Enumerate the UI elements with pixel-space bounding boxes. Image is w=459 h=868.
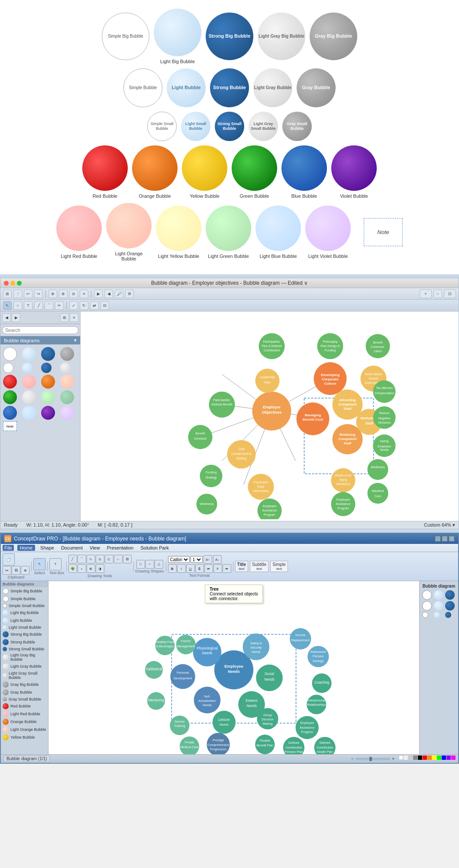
draw-tree-btn[interactable]: 🌳 — [68, 564, 77, 573]
cdpro-canvas[interactable]: Tree Connect selected objects with conne… — [48, 581, 419, 754]
rp-strong-3[interactable] — [445, 612, 451, 618]
shape-btn-1[interactable]: □ — [136, 560, 145, 569]
pen-tool[interactable]: ✏ — [55, 301, 64, 310]
close-btn[interactable]: ✕ — [449, 536, 455, 542]
font-size-select[interactable]: 14 — [191, 556, 203, 563]
zoom-in-small-btn[interactable]: + — [392, 756, 394, 761]
color-yellow[interactable] — [432, 755, 436, 760]
gray-med-bubble[interactable]: Gray Bubble — [297, 68, 336, 107]
strikethrough-btn[interactable]: S̶ — [195, 564, 204, 573]
sidebar-simple-small[interactable]: Simple Small Bubble — [1, 603, 48, 609]
light-med-bubble[interactable]: Light Bubble — [167, 68, 206, 107]
draw-arc-btn[interactable]: ⌒ — [78, 555, 86, 563]
zoom-out-btn[interactable]: − — [433, 289, 442, 298]
mini-lgreen[interactable] — [41, 390, 55, 404]
subtitle-style[interactable]: Subtitle text — [250, 561, 268, 572]
light-big-bubble[interactable] — [154, 9, 201, 56]
mini-simple-2[interactable] — [3, 363, 13, 373]
mini-note[interactable]: Note — [3, 421, 17, 431]
violet-bubble[interactable] — [331, 145, 377, 191]
zoom-out-small-btn[interactable]: − — [351, 756, 354, 761]
color-violet[interactable] — [446, 755, 451, 760]
shape-tool[interactable]: ○ — [13, 301, 22, 310]
flip-tool[interactable]: ⇄ — [90, 301, 99, 310]
menu-file[interactable]: File — [3, 545, 14, 551]
light-blue-bubble[interactable] — [255, 206, 301, 251]
mini-lgray-1[interactable] — [60, 363, 71, 373]
note-item[interactable]: Note — [364, 218, 403, 246]
red-bubble-item[interactable]: Red Bubble — [82, 145, 128, 199]
mini-lorange[interactable] — [60, 375, 74, 389]
light-violet-bubble-item[interactable]: Light Violet Bubble — [305, 206, 351, 259]
red-bubble[interactable] — [82, 145, 128, 191]
zoom-slider[interactable] — [356, 758, 390, 760]
sidebar-lgray-big[interactable]: Light Gray Big Bubble — [1, 652, 48, 662]
sidebar-yellow[interactable]: Yellow Bubble — [1, 733, 48, 741]
rp-light-2[interactable] — [434, 601, 443, 611]
maximize-dot[interactable] — [17, 281, 22, 286]
toolbar-btn-3[interactable]: ↩ — [24, 289, 32, 298]
zoom-in-btn[interactable]: + — [420, 289, 432, 298]
draw-loss-btn[interactable]: ⊕ — [87, 564, 95, 573]
toolbar-btn-4[interactable]: ↪ — [34, 289, 43, 298]
sidebar-gray[interactable]: Gray Bubble — [1, 688, 48, 696]
zoom-reset-btn[interactable]: ⊡ — [444, 289, 456, 298]
lightgray-med-bubble[interactable]: Light Gray Bubble — [253, 68, 292, 107]
menu-home[interactable]: Home — [17, 545, 35, 551]
light-big-bubble-item[interactable]: Light Big Bubble — [154, 9, 201, 64]
mini-green[interactable] — [3, 390, 17, 404]
light-red-bubble[interactable] — [56, 206, 102, 251]
draw-line-btn[interactable]: ╱ — [68, 555, 77, 563]
restore-btn[interactable]: □ — [442, 536, 448, 542]
menu-view[interactable]: View — [88, 545, 102, 551]
strong-sm-bubble[interactable]: Strong Small Bubble — [215, 112, 244, 141]
light-yellow-bubble[interactable] — [156, 206, 201, 251]
copy-btn[interactable]: ⧉ — [12, 566, 20, 575]
sidebar-light[interactable]: Light Bubble — [1, 617, 48, 624]
light-yellow-bubble-item[interactable]: Light Yellow Bubble — [156, 206, 201, 259]
close-dot[interactable] — [4, 281, 9, 286]
sidebar-red[interactable]: Red Bubble — [1, 702, 48, 710]
mini-light-1[interactable] — [22, 347, 36, 361]
sidebar-grid-btn[interactable]: ⊞ — [60, 313, 69, 322]
sidebar-simple-big[interactable]: Simple Big Bubble — [1, 587, 48, 595]
yellow-bubble[interactable] — [182, 145, 227, 191]
align-left-btn[interactable]: ⬅ — [204, 564, 213, 573]
color-orange[interactable] — [427, 755, 432, 760]
green-bubble[interactable] — [232, 145, 277, 191]
green-bubble-item[interactable]: Green Bubble — [232, 145, 277, 199]
lightgray-big-bubble-item[interactable]: Light Gray Big Bubble — [258, 13, 305, 60]
orange-bubble[interactable] — [132, 145, 178, 191]
sidebar-expand-icon[interactable]: ▾ — [74, 338, 77, 343]
move-tool[interactable]: ⤢ — [69, 301, 78, 310]
menu-presentation[interactable]: Presentation — [105, 545, 136, 551]
font-size-up-btn[interactable]: A↑ — [204, 555, 212, 564]
cdpro-tab[interactable]: Bubble diagram (1/1) — [3, 755, 50, 762]
light-red-bubble-item[interactable]: Light Red Bubble — [56, 206, 102, 259]
blue-bubble[interactable] — [281, 145, 327, 191]
rp-simple-2[interactable] — [422, 601, 432, 611]
curve-tool[interactable]: ⌒ — [45, 301, 53, 310]
sidebar-lgray[interactable]: Light Gray Bubble — [1, 662, 48, 670]
sidebar-strong-small[interactable]: Strong Small Bubble — [1, 646, 48, 652]
paste-btn[interactable]: 📋 — [3, 553, 15, 566]
select-btn[interactable]: ↖ — [33, 558, 45, 570]
lightgray-sm-bubble-item[interactable]: Light Gray Small Bubble — [249, 112, 278, 141]
rp-simple-1[interactable] — [422, 590, 432, 600]
toolbar-btn-10[interactable]: ◀ — [104, 289, 113, 298]
sidebar-light-red[interactable]: Light Red Bubble — [1, 710, 48, 718]
toolbar-btn-9[interactable]: ▶ — [94, 289, 103, 298]
align-tool[interactable]: ⊟ — [100, 301, 109, 310]
title-style[interactable]: Title text — [235, 561, 248, 572]
draw-point-btn[interactable]: • — [78, 564, 86, 573]
italic-btn[interactable]: I — [177, 564, 186, 573]
draw-round-btn[interactable]: ○ — [114, 555, 123, 563]
gray-sm-bubble-item[interactable]: Gray Small Bubble — [282, 112, 312, 141]
color-green[interactable] — [437, 755, 441, 760]
sidebar-light-big[interactable]: Light Big Bubble — [1, 609, 48, 617]
rotate-tool[interactable]: ↻ — [80, 301, 88, 310]
orange-bubble-item[interactable]: Orange Bubble — [132, 145, 178, 199]
toolbar-btn-1[interactable]: ⊞ — [3, 289, 12, 298]
shape-btn-2[interactable]: ○ — [145, 560, 154, 569]
simple-big-bubble-item[interactable]: Simple Big Bubble — [102, 13, 149, 60]
